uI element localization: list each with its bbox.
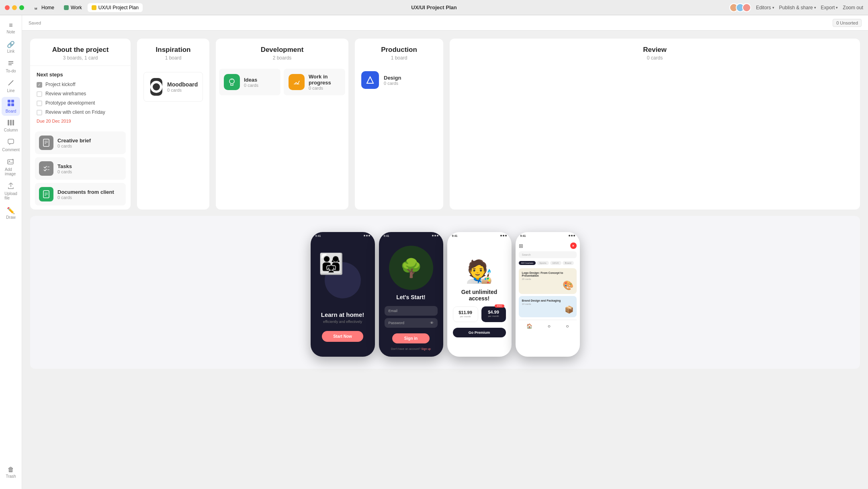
course-tabs: All Courses Sports UI/UX Brand [519, 261, 577, 265]
svg-rect-10 [8, 139, 14, 144]
sidebar-item-trash[interactable]: 🗑 Trash [2, 464, 20, 481]
work-in-progress-cards: 0 cards [309, 86, 340, 90]
sidebar-item-line[interactable]: Line [2, 77, 20, 95]
export-button[interactable]: Export▾ [821, 5, 838, 10]
design-name: Design [384, 75, 401, 81]
illus-figure: 👨‍👩‍👧 [319, 252, 344, 275]
sidebar-item-todo[interactable]: To-do [2, 58, 20, 76]
start-now-button[interactable]: Start Now [322, 331, 363, 342]
sidebar-item-upload[interactable]: Upload file [2, 180, 20, 203]
signup-link[interactable]: Sign up [421, 347, 431, 350]
sidebar-item-add-image[interactable]: Add image [2, 156, 20, 179]
moodboard-icon [150, 78, 162, 96]
course-tab-sports[interactable]: Sports [537, 261, 549, 265]
pro-badge: PRO [495, 304, 504, 308]
sidebar-item-comment[interactable]: Comment [2, 136, 20, 154]
tab-home-label: Home [41, 5, 54, 10]
tab-project-label: UX/UI Project Plan [98, 5, 139, 10]
moodboard-info: Moodboard 0 cards [167, 81, 198, 92]
creative-brief-name: Creative brief [57, 138, 91, 144]
boards-row: About the project 3 boards, 1 card Next … [30, 39, 860, 210]
sub-board-documents[interactable]: Documents from client 0 cards [35, 183, 126, 205]
moodboard-item[interactable]: Moodboard 0 cards [143, 72, 203, 102]
close-icon[interactable]: × [570, 242, 577, 249]
creative-brief-info: Creative brief 0 cards [57, 138, 91, 148]
publish-share-button[interactable]: Publish & share▾ [779, 5, 816, 10]
zoom-out-button[interactable]: Zoom out [843, 5, 863, 10]
grid-icon: ⊞ [519, 243, 523, 249]
about-header: About the project 3 boards, 1 card [30, 39, 131, 66]
fullscreen-button[interactable] [19, 5, 24, 10]
note-icon: ≡ [9, 22, 12, 29]
course-1-icon: 🎨 [522, 280, 573, 291]
wifi-icon [503, 235, 504, 236]
tasks-icon [39, 161, 53, 176]
home-nav-icon[interactable]: 🏠 [526, 323, 532, 329]
email-field[interactable]: Email [385, 306, 438, 316]
sidebar-item-column[interactable]: Column [2, 117, 20, 135]
development-subtitle: 2 boards [224, 55, 340, 61]
search-bar[interactable]: Search [519, 251, 577, 258]
draw-icon: ✏️ [7, 207, 15, 214]
screen2-status-icons [432, 235, 438, 236]
svg-rect-6 [11, 103, 14, 106]
close-button[interactable] [5, 5, 10, 10]
search-nav-icon[interactable]: ○ [548, 323, 551, 329]
creative-brief-cards: 0 cards [57, 144, 91, 148]
checkbox-1[interactable] [37, 91, 42, 97]
creative-brief-icon [39, 136, 53, 150]
sub-boards: Creative brief 0 cards Tasks [30, 127, 131, 210]
sidebar-item-link[interactable]: 🔗 Link [2, 38, 20, 56]
sub-board-creative-brief[interactable]: Creative brief 0 cards [35, 131, 126, 154]
checkbox-0[interactable] [37, 82, 42, 88]
course-2-icon: 📦 [522, 305, 573, 314]
checkbox-2[interactable] [37, 101, 42, 106]
battery-icon [368, 235, 370, 236]
sign-in-button[interactable]: Sign in [392, 333, 430, 343]
work-in-progress-icon [289, 74, 305, 90]
minimize-button[interactable] [12, 5, 17, 10]
work-in-progress-item[interactable]: Work in progress 0 cards [284, 69, 345, 95]
wifi-icon [571, 235, 573, 236]
go-premium-button[interactable]: Go Premium [453, 328, 506, 337]
screen3-time: 9:41 [452, 234, 458, 237]
sub-board-tasks[interactable]: Tasks 0 cards [35, 157, 126, 180]
tab-home[interactable]: M Home [31, 3, 58, 12]
tab-project[interactable]: UX/UI Project Plan [88, 3, 143, 12]
course-tab-brand[interactable]: Brand [563, 261, 574, 265]
sidebar-comment-label: Comment [2, 148, 19, 152]
course-card-1[interactable]: Logo Design: From Concept to Presentatio… [519, 268, 577, 294]
column-icon [8, 120, 14, 127]
editors-button[interactable]: Editors▾ [756, 5, 774, 10]
svg-rect-7 [8, 120, 9, 125]
screen4-status-icons [569, 235, 575, 236]
course-tab-all[interactable]: All Courses [519, 261, 536, 265]
sidebar-item-note[interactable]: ≡ Note [2, 19, 20, 37]
screen2-illustration: 🌳 [389, 246, 433, 290]
screen2-content: 🌳 Let's Start! Email Password 👁 Sign in … [379, 239, 443, 357]
line-icon [8, 80, 14, 88]
sidebar-item-draw[interactable]: ✏️ Draw [2, 204, 20, 222]
password-field[interactable]: Password 👁 [385, 318, 438, 328]
checklist-label-3: Review with client on Friday [45, 109, 105, 115]
inspiration-header: Inspiration 1 board [137, 39, 209, 66]
titlebar-tabs: M Home Work UX/UI Project Plan [31, 3, 143, 12]
sidebar-item-board[interactable]: Board [2, 97, 20, 116]
ideas-item[interactable]: Ideas 0 cards [219, 69, 280, 95]
sidebar-line-label: Line [7, 88, 15, 93]
svg-rect-3 [8, 100, 10, 103]
design-info: Design 0 cards [384, 75, 401, 86]
tasks-info: Tasks 0 cards [57, 163, 72, 174]
profile-nav-icon[interactable]: ○ [566, 323, 569, 329]
checklist-item-2: Prototype development [37, 100, 124, 106]
checklist-item-3: Review with client on Friday [37, 109, 124, 115]
course-tab-uiux[interactable]: UI/UX [550, 261, 561, 265]
checkbox-3[interactable] [37, 110, 42, 115]
add-image-icon [7, 158, 14, 166]
course-card-2[interactable]: Brand Design and Packaging 14 cards 📦 [519, 296, 577, 317]
review-subtitle: 0 cards [458, 55, 852, 61]
work-in-progress-info: Work in progress 0 cards [309, 74, 340, 90]
sidebar-upload-label: Upload file [4, 191, 17, 200]
unsorted-button[interactable]: 0 Unsorted [833, 19, 862, 27]
tab-work[interactable]: Work [60, 3, 86, 12]
